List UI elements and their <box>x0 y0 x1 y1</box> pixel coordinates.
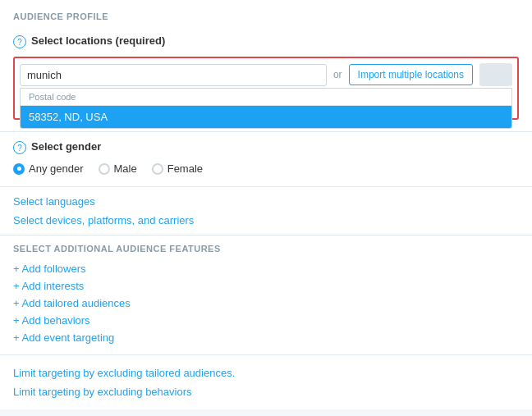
gender-female-label: Female <box>167 162 203 175</box>
add-interests-row: + Add interests <box>13 277 519 295</box>
exclude-tailored-link[interactable]: Limit targeting by excluding tailored au… <box>13 367 235 379</box>
locations-question-icon[interactable]: ? <box>13 35 26 48</box>
gender-title: Select gender <box>31 140 101 153</box>
locations-section: ? Select locations (required) or Import … <box>0 26 532 132</box>
add-event-link[interactable]: + Add event targeting <box>13 331 114 344</box>
exclude-behaviors-link[interactable]: Limit targeting by excluding behaviors <box>13 386 192 398</box>
location-input-wrapper: or Import multiple locations Postal code… <box>13 57 519 120</box>
audience-profile-label: AUDIENCE PROFILE <box>0 0 532 26</box>
locations-title: Select locations (required) <box>31 34 165 47</box>
gender-section: ? Select gender Any gender Male Female <box>0 132 532 187</box>
add-event-row: + Add event targeting <box>13 329 519 346</box>
add-tailored-row: + Add tailored audiences <box>13 295 519 312</box>
gender-male-radio[interactable] <box>99 163 110 175</box>
autocomplete-dropdown: Postal code 58352, ND, USA <box>20 88 512 129</box>
page-container: AUDIENCE PROFILE ? Select locations (req… <box>0 0 532 409</box>
gender-question-icon[interactable]: ? <box>13 141 26 154</box>
location-action-area <box>479 63 512 86</box>
add-interests-link[interactable]: + Add interests <box>13 280 84 292</box>
add-followers-link[interactable]: + Add followers <box>13 263 86 275</box>
additional-features-section: SELECT ADDITIONAL AUDIENCE FEATURES + Ad… <box>0 235 532 354</box>
add-behaviors-row: + Add behaviors <box>13 312 519 329</box>
exclude-behaviors-row: Limit targeting by excluding behaviors <box>13 382 519 401</box>
select-languages-link[interactable]: Select languages <box>13 195 95 208</box>
exclude-tailored-row: Limit targeting by excluding tailored au… <box>13 363 519 382</box>
gender-any-option[interactable]: Any gender <box>13 162 84 175</box>
gender-radio-row: Any gender Male Female <box>13 162 519 175</box>
gender-male-option[interactable]: Male <box>99 162 137 175</box>
gender-title-row: ? Select gender <box>13 140 519 154</box>
bottom-links-section: Limit targeting by excluding tailored au… <box>0 354 532 409</box>
additional-features-label: SELECT ADDITIONAL AUDIENCE FEATURES <box>13 244 519 254</box>
gender-any-label: Any gender <box>29 162 84 175</box>
location-search-input[interactable] <box>20 64 327 86</box>
autocomplete-item[interactable]: 58352, ND, USA <box>21 106 511 128</box>
add-behaviors-link[interactable]: + Add behaviors <box>13 314 90 327</box>
gender-any-radio[interactable] <box>13 163 25 175</box>
gender-male-label: Male <box>114 162 137 175</box>
select-devices-row: Select devices, platforms, and carriers <box>13 211 519 230</box>
location-input-row: or Import multiple locations <box>20 63 512 86</box>
links-section: Select languages Select devices, platfor… <box>0 187 532 235</box>
or-text: or <box>333 69 342 80</box>
add-tailored-link[interactable]: + Add tailored audiences <box>13 297 131 309</box>
locations-title-row: ? Select locations (required) <box>13 34 519 48</box>
select-languages-row: Select languages <box>13 192 519 211</box>
autocomplete-header: Postal code <box>21 89 511 106</box>
gender-female-option[interactable]: Female <box>152 162 203 175</box>
add-followers-row: + Add followers <box>13 260 519 277</box>
import-locations-button[interactable]: Import multiple locations <box>349 64 473 85</box>
gender-female-radio[interactable] <box>152 163 163 175</box>
select-devices-link[interactable]: Select devices, platforms, and carriers <box>13 214 194 226</box>
